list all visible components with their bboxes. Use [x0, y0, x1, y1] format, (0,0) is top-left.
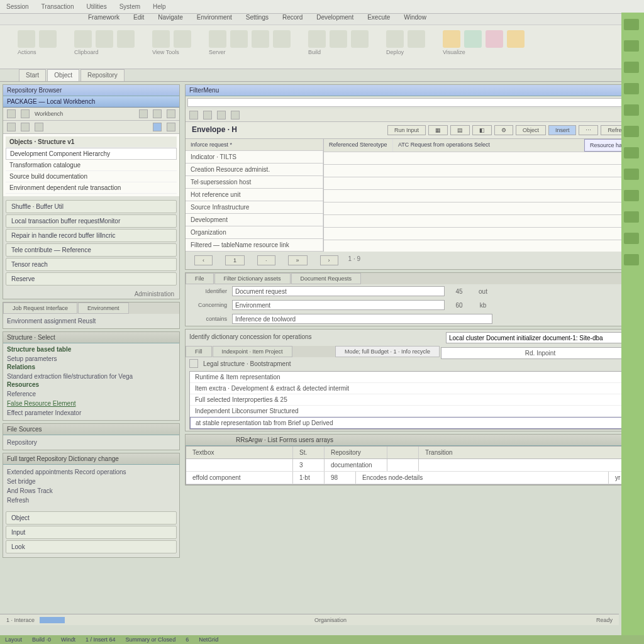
tree-node[interactable]: Repair in handle record buffer Iillncric	[6, 229, 177, 242]
suggestion-list: Runtime & Item representation Item exctr…	[189, 371, 637, 430]
address-input[interactable]	[187, 98, 639, 107]
dock-icon[interactable]	[624, 254, 639, 265]
main-editor-panel: FilterMenu Envelope · H Run Input ▦ ▤ ◧ …	[185, 84, 641, 270]
list-item[interactable]: Runtime & Item representation	[190, 372, 636, 383]
dock-icon[interactable]	[624, 190, 639, 201]
search-input[interactable]	[446, 332, 622, 343]
panel-title: Repository Browser	[3, 85, 179, 96]
dock-icon[interactable]	[624, 40, 639, 52]
secondary-menubar: Framework Edit Navigate Environment Sett…	[0, 14, 644, 25]
dictionary-change-panel: Full target Repository Dictionary change…	[3, 453, 180, 558]
run-button[interactable]: Run Input	[387, 125, 426, 135]
menu-help[interactable]: Help	[153, 3, 166, 10]
dock-icon[interactable]	[624, 19, 639, 30]
menu-utilities[interactable]: Utilities	[86, 3, 106, 10]
menu-system[interactable]: System	[119, 3, 140, 10]
dock-icon[interactable]	[624, 104, 639, 116]
pager-next[interactable]: ›	[320, 255, 338, 265]
pager-prev[interactable]: ‹	[194, 255, 213, 265]
tree-node[interactable]: Local transaction buffer requestMonitor	[6, 214, 177, 228]
tab-object[interactable]: Object	[47, 69, 79, 81]
tab-start[interactable]: Start	[19, 69, 46, 81]
os-taskbar: Layout Build ·0 Windt 1 / Insert 64 Summ…	[0, 635, 644, 644]
ribbon-icon[interactable]	[39, 30, 57, 48]
tab-repo[interactable]: Repository	[80, 69, 125, 81]
aux-input[interactable]	[500, 288, 637, 298]
right-dock	[621, 13, 644, 635]
grid-cell[interactable]: Indicator · TILTS	[186, 151, 323, 163]
mid-form-panel: File Filter Dictionary assets Document R…	[185, 272, 641, 326]
tab-job-request[interactable]: Job Request Interface	[3, 303, 77, 314]
tree-item[interactable]: Environment dependent rule transaction	[6, 182, 177, 194]
table-row[interactable]: 3 documentation	[186, 459, 640, 472]
tree-item[interactable]: Source build documentation	[6, 171, 177, 182]
tree-node[interactable]: Tele contribute — Reference	[6, 243, 177, 257]
search-panel: Identify dictionary concession for opera…	[185, 329, 641, 431]
menu-transaction[interactable]: Transaction	[42, 3, 74, 10]
menu-session[interactable]: Session	[6, 3, 29, 10]
identifier-input[interactable]: Document request	[232, 286, 445, 296]
inpoint-button[interactable]: Rd. Inpoint	[441, 347, 640, 359]
dock-icon[interactable]	[624, 126, 639, 137]
ribbon-icon[interactable]	[18, 30, 35, 48]
dock-icon[interactable]	[624, 83, 639, 94]
structure-select-panel: Structure · Select Structure based table…	[3, 331, 180, 421]
toolbar-icon[interactable]	[21, 109, 30, 118]
tree-node[interactable]: Tensor reach	[6, 258, 177, 271]
dock-icon[interactable]	[624, 62, 639, 73]
progress-indicator	[40, 617, 65, 623]
table-row[interactable]: effold component 1·bt 98 Encodes node-de…	[186, 472, 640, 484]
tree-node[interactable]: Shuffle · Buffer Util	[6, 200, 177, 213]
document-tabs: Start Object Repository	[0, 69, 644, 82]
status-bar: 1 · Interace Organisation Ready	[0, 614, 619, 625]
app-menubar: Session Transaction Utilities System Hel…	[0, 0, 644, 14]
toolbar-icon[interactable]	[7, 109, 16, 118]
tree-group-header[interactable]: Objects · Structure v1	[6, 136, 177, 148]
content-title: Envelope · H	[192, 125, 237, 135]
insert-button[interactable]: Insert	[548, 125, 577, 135]
tree-item[interactable]: Transformation catalogue	[6, 160, 177, 171]
tab-environment[interactable]: Environment	[78, 303, 129, 314]
job-request-panel: Job Request Interface Environment Enviro…	[3, 302, 180, 329]
repository-browser-panel: Repository Browser PACKAGE — Local Workb…	[3, 84, 180, 299]
dock-icon[interactable]	[624, 211, 639, 223]
dock-icon[interactable]	[624, 169, 639, 180]
tree-item[interactable]: Development Component Hierarchy	[6, 148, 177, 160]
ribbon: Actions Clipboard View Tools Server Buil…	[0, 25, 644, 69]
file-sources-panel: File Sources Repository	[3, 423, 180, 450]
dock-icon[interactable]	[624, 147, 639, 158]
tree-node[interactable]: Reserve	[6, 272, 177, 286]
results-panel: RRsArgw · List Forms users arrays Textbo…	[185, 434, 641, 486]
dock-icon[interactable]	[624, 233, 639, 244]
panel-subtitle: PACKAGE — Local Workbench	[3, 96, 179, 108]
